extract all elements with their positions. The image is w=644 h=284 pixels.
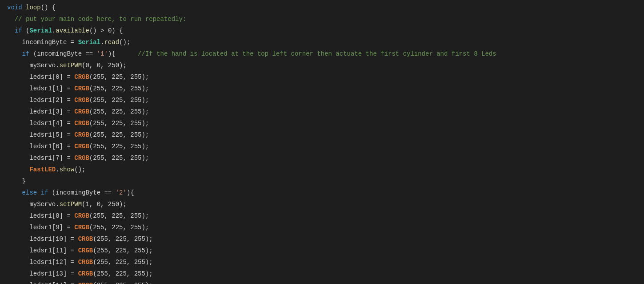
code-line-16: } (0, 175, 644, 187)
code-line-4: incomingByte = Serial.read(); (0, 37, 644, 48)
fn-crgb-2: CRGB (74, 97, 89, 104)
code-line-3: if (Serial.available() > 0) { (0, 25, 644, 37)
fn-crgb-1: CRGB (74, 85, 89, 92)
code-line-21: ledsr1[10] = CRGB(255, 225, 255); (0, 233, 644, 245)
code-line-24: ledsr1[13] = CRGB(255, 225, 255); (0, 268, 644, 280)
fn-loop: loop (26, 4, 41, 11)
fn-crgb-12: CRGB (78, 259, 93, 266)
fn-crgb-8: CRGB (74, 212, 89, 219)
comment-2: //If the hand is located at the top left… (138, 50, 496, 57)
code-line-18: myServo.setPWM(1, 0, 250); (0, 199, 644, 210)
fn-crgb-7: CRGB (74, 154, 89, 162)
code-line-20: ledsr1[9] = CRGB(255, 225, 255); (0, 222, 644, 233)
keyword-else: else (22, 189, 37, 196)
code-line-6: myServo.setPWM(0, 0, 250); (0, 60, 644, 71)
fn-crgb-11: CRGB (78, 247, 93, 254)
code-line-9: ledsr1[2] = CRGB(255, 225, 255); (0, 94, 644, 106)
code-line-11: ledsr1[4] = CRGB(255, 225, 255); (0, 118, 644, 129)
fn-setpwm-1: setPWM (60, 62, 82, 69)
fn-crgb-5: CRGB (74, 131, 89, 138)
fn-crgb-3: CRGB (74, 108, 89, 115)
code-line-13: ledsr1[6] = CRGB(255, 225, 255); (0, 141, 644, 152)
code-line-12: ledsr1[5] = CRGB(255, 225, 255); (0, 129, 644, 141)
fn-crgb-0: CRGB (74, 73, 89, 81)
fn-crgb-6: CRGB (74, 143, 89, 150)
code-line-2: // put your main code here, to run repea… (0, 13, 644, 25)
fn-crgb-10: CRGB (78, 235, 93, 243)
class-serial-2: Serial (78, 39, 100, 46)
fn-crgb-14: CRGB (78, 282, 93, 284)
class-fastled: FastLED (29, 166, 56, 173)
code-editor: void loop() { // put your main code here… (0, 0, 644, 284)
code-line-8: ledsr1[1] = CRGB(255, 225, 255); (0, 83, 644, 94)
code-line-17: else if (incomingByte == '2'){ (0, 187, 644, 199)
fn-read: read (104, 39, 119, 46)
fn-available: available (56, 27, 89, 34)
fn-crgb-4: CRGB (74, 120, 89, 127)
keyword-if-2: if (22, 50, 30, 57)
code-line-22: ledsr1[11] = CRGB(255, 225, 255); (0, 245, 644, 256)
str-1: '1' (97, 50, 108, 57)
fn-show: show (60, 166, 75, 173)
code-line-15: FastLED.show(); (0, 164, 644, 175)
code-line-1: void loop() { (0, 2, 644, 13)
code-line-23: ledsr1[12] = CRGB(255, 225, 255); (0, 256, 644, 268)
fn-crgb-13: CRGB (78, 270, 93, 277)
keyword-if-3: if (41, 189, 48, 196)
code-line-14: ledsr1[7] = CRGB(255, 225, 255); (0, 152, 644, 164)
comment-1: // put your main code here, to run repea… (7, 16, 186, 23)
code-line-10: ledsr1[3] = CRGB(255, 225, 255); (0, 106, 644, 118)
class-serial-1: Serial (29, 27, 52, 34)
str-2: '2' (116, 189, 127, 196)
code-line-5: if (incomingByte == '1'){ //If the hand … (0, 48, 644, 60)
code-line-19: ledsr1[8] = CRGB(255, 225, 255); (0, 210, 644, 222)
keyword-void: void (7, 4, 22, 11)
code-line-7: ledsr1[0] = CRGB(255, 225, 255); (0, 71, 644, 83)
keyword-if-1: if (15, 27, 22, 34)
fn-crgb-9: CRGB (74, 224, 89, 231)
code-line-25: ledsr1[14] = CRGB(255, 225, 255); (0, 280, 644, 284)
fn-setpwm-2: setPWM (60, 201, 82, 208)
